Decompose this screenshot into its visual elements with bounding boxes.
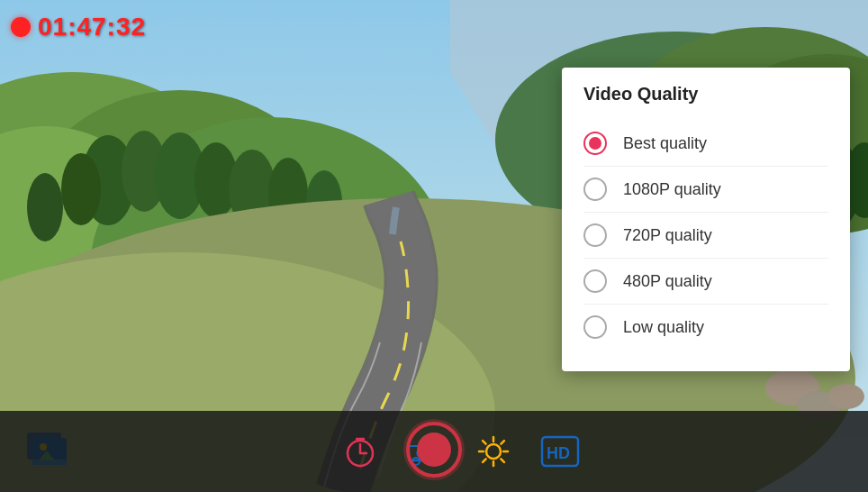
svg-text:HD: HD <box>547 444 570 462</box>
quality-option-480p[interactable]: 480P quality <box>583 259 828 305</box>
record-dot <box>11 17 31 37</box>
quality-label-1080p: 1080P quality <box>623 180 721 199</box>
quality-label-480p: 480P quality <box>623 272 712 291</box>
record-button[interactable] <box>406 422 462 478</box>
quality-label-best: Best quality <box>623 134 707 153</box>
radio-1080p <box>583 178 607 201</box>
svg-point-49 <box>486 444 501 459</box>
timer-icon <box>342 433 378 469</box>
svg-line-55 <box>501 459 504 462</box>
quality-label-720p: 720P quality <box>623 226 712 245</box>
brightness-button[interactable] <box>475 433 511 469</box>
brightness-icon <box>475 433 511 469</box>
svg-point-12 <box>61 153 101 225</box>
hd-icon: HD <box>540 435 580 468</box>
recording-time: 01:47:32 <box>38 13 146 41</box>
quality-panel: Video Quality Best quality 1080P quality… <box>562 68 850 371</box>
quality-option-best[interactable]: Best quality <box>583 121 828 167</box>
svg-line-56 <box>501 441 504 444</box>
radio-low <box>583 315 607 339</box>
svg-point-16 <box>27 173 63 241</box>
svg-line-54 <box>483 441 486 444</box>
quality-panel-title: Video Quality <box>583 84 828 105</box>
hd-button[interactable]: HD <box>540 435 580 468</box>
quality-label-low: Low quality <box>623 318 704 337</box>
quality-option-720p[interactable]: 720P quality <box>583 213 828 259</box>
toolbar: HD <box>0 411 868 492</box>
radio-720p <box>583 223 607 247</box>
radio-best <box>583 132 607 155</box>
radio-inner-best <box>589 137 601 150</box>
record-button-inner <box>417 433 451 467</box>
svg-point-29 <box>828 384 864 409</box>
quality-option-1080p[interactable]: 1080P quality <box>583 167 828 213</box>
svg-line-57 <box>483 459 486 462</box>
quality-option-low[interactable]: Low quality <box>583 305 828 350</box>
recording-indicator: 01:47:32 <box>11 13 146 41</box>
radio-480p <box>583 269 607 293</box>
timer-button[interactable] <box>342 433 378 469</box>
